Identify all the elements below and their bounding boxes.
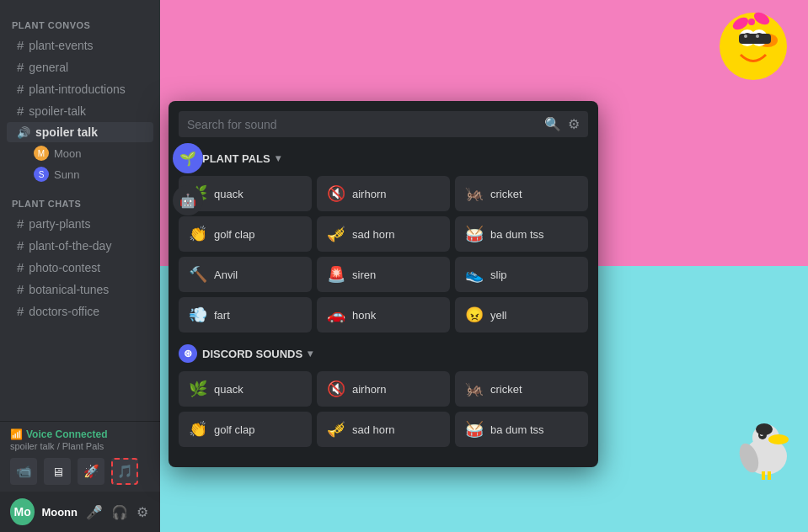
channel-plant-introductions[interactable]: # plant-introductions	[7, 78, 153, 99]
sound-label: Anvil	[214, 269, 238, 281]
discord-sounds-header: ⊛ DISCORD SOUNDS ▾	[179, 343, 588, 364]
sound-emoji: 👟	[465, 265, 484, 284]
channel-plant-events[interactable]: # plant-events	[7, 35, 153, 56]
screen-btn[interactable]: 🖥	[44, 458, 71, 485]
svg-point-11	[748, 19, 755, 25]
activity-btn[interactable]: 🚀	[78, 458, 104, 485]
voice-channel-label: spoiler talk / Plant Pals	[10, 441, 150, 451]
sound-airhorn-1[interactable]: 🔇 airhorn	[317, 176, 450, 211]
channel-botanical-tunes[interactable]: # botanical-tunes	[7, 279, 153, 300]
sound-label: sad horn	[352, 423, 395, 436]
sound-label: airhorn	[352, 188, 386, 200]
sound-emoji: 🔨	[189, 265, 207, 284]
sound-anvil[interactable]: 🔨 Anvil	[179, 257, 312, 292]
search-row: 🔍 ⚙	[179, 111, 588, 137]
headphone-btn[interactable]: 🎧	[110, 503, 130, 522]
sound-emoji: 🥁	[465, 225, 484, 243]
video-btn[interactable]: 📹	[10, 458, 37, 485]
sound-golf-clap-1[interactable]: 👏 golf clap	[179, 216, 312, 252]
avatar-moonn: Mo	[10, 498, 35, 525]
hash-icon: #	[17, 216, 24, 231]
soundboard-btn[interactable]: 🎵	[111, 458, 138, 485]
hash-icon: #	[17, 38, 24, 52]
channel-spoiler-talk-text[interactable]: # spoiler-talk	[7, 100, 153, 121]
sound-label: sad horn	[352, 228, 395, 241]
hash-icon: #	[17, 304, 24, 318]
hash-icon: #	[17, 104, 24, 118]
user-bar: Mo Moonn 🎤 🎧 ⚙	[0, 492, 160, 532]
sound-emoji: 🌿	[189, 380, 207, 398]
chevron-down-icon-2[interactable]: ▾	[308, 348, 313, 359]
svg-rect-19	[762, 471, 765, 480]
channel-general[interactable]: # general	[7, 56, 153, 77]
channel-photo-contest[interactable]: # photo-contest	[7, 257, 153, 278]
channel-plant-of-the-day[interactable]: # plant-of-the-day	[7, 235, 153, 256]
discord-sounds-grid: 🌿 quack 🔇 airhorn 🦗 cricket 👏 golf clap …	[179, 371, 588, 447]
sound-label: golf clap	[214, 423, 254, 436]
svg-point-8	[756, 35, 759, 38]
sound-label: siren	[352, 269, 376, 281]
sound-label: airhorn	[352, 383, 386, 396]
sound-label: yell	[490, 309, 507, 322]
sound-label: cricket	[490, 383, 522, 396]
speaker-icon: 🔊	[17, 126, 30, 139]
sound-siren[interactable]: 🚨 siren	[317, 257, 450, 292]
user-moon[interactable]: M Moon	[7, 143, 153, 163]
sound-sad-horn-2[interactable]: 🎺 sad horn	[317, 412, 450, 447]
sound-sad-horn-1[interactable]: 🎺 sad horn	[317, 216, 450, 252]
sound-fart[interactable]: 💨 fart	[179, 297, 312, 332]
sound-ba-dum-tss-2[interactable]: 🥁 ba dum tss	[455, 412, 588, 447]
sound-emoji: 🦗	[465, 184, 484, 203]
main-content: 🔍 ⚙ 🌱 PLANT PALS ▾ 🌿 quack 🔇 airhorn 🦗 c…	[160, 0, 808, 532]
sound-golf-clap-2[interactable]: 👏 golf clap	[179, 412, 312, 447]
plant-pals-label: PLANT PALS	[202, 152, 270, 165]
svg-rect-20	[768, 471, 771, 480]
hash-icon: #	[17, 238, 24, 253]
section-plant-convos: PLANT CONVOS	[0, 7, 160, 34]
user-sunn[interactable]: S Sunn	[7, 164, 153, 184]
sound-emoji: 🦗	[465, 380, 484, 398]
sound-label: ba dum tss	[490, 423, 544, 436]
mic-btn[interactable]: 🎤	[84, 503, 104, 522]
channel-party-plants[interactable]: # party-plants	[7, 213, 153, 234]
sound-emoji: 😠	[465, 306, 484, 324]
sound-honk[interactable]: 🚗 honk	[317, 297, 450, 332]
sound-ba-dum-tss-1[interactable]: 🥁 ba dum tss	[455, 216, 588, 252]
search-input[interactable]	[187, 118, 538, 131]
search-icon-btn[interactable]: 🔍	[544, 116, 561, 132]
sound-cricket-1[interactable]: 🦗 cricket	[455, 176, 588, 211]
hash-icon: #	[17, 82, 24, 96]
hash-icon: #	[17, 282, 24, 296]
sound-emoji: 💨	[189, 306, 207, 324]
sound-quack-2[interactable]: 🌿 quack	[179, 371, 312, 407]
svg-point-16	[768, 434, 789, 444]
character-bird	[732, 414, 800, 481]
sound-label: honk	[352, 309, 376, 322]
voice-connected-label: 📶 Voice Connected	[10, 428, 150, 440]
sound-emoji: 🔇	[327, 184, 345, 203]
sound-cricket-2[interactable]: 🦗 cricket	[455, 371, 588, 407]
channel-doctors-office[interactable]: # doctors-office	[7, 301, 153, 322]
sound-label: cricket	[490, 188, 522, 200]
chevron-down-icon[interactable]: ▾	[276, 152, 281, 164]
username-label: Moonn	[41, 506, 78, 519]
sound-label: fart	[214, 309, 230, 322]
svg-point-17	[756, 423, 773, 435]
sound-emoji: 🎺	[327, 225, 345, 243]
sound-yell[interactable]: 😠 yell	[455, 297, 588, 332]
discord-icon: ⊛	[179, 344, 197, 363]
svg-point-5	[742, 33, 752, 43]
settings-icon-btn[interactable]: ⚙	[568, 116, 580, 132]
sound-airhorn-2[interactable]: 🔇 airhorn	[317, 371, 450, 407]
settings-btn[interactable]: ⚙	[135, 503, 150, 522]
sidebar-channels: PLANT CONVOS # plant-events # general # …	[0, 0, 160, 421]
sound-emoji: 👏	[189, 420, 207, 439]
avatar-sunn: S	[34, 167, 49, 182]
discord-sounds-label: DISCORD SOUNDS	[202, 348, 302, 360]
channel-spoiler-talk-voice[interactable]: 🔊 spoiler talk	[7, 122, 153, 142]
sound-label: golf clap	[214, 228, 254, 241]
sound-emoji: 👏	[189, 225, 207, 243]
avatar-moon: M	[34, 146, 49, 161]
sound-emoji: 🔇	[327, 380, 345, 398]
sound-slip[interactable]: 👟 slip	[455, 257, 588, 292]
